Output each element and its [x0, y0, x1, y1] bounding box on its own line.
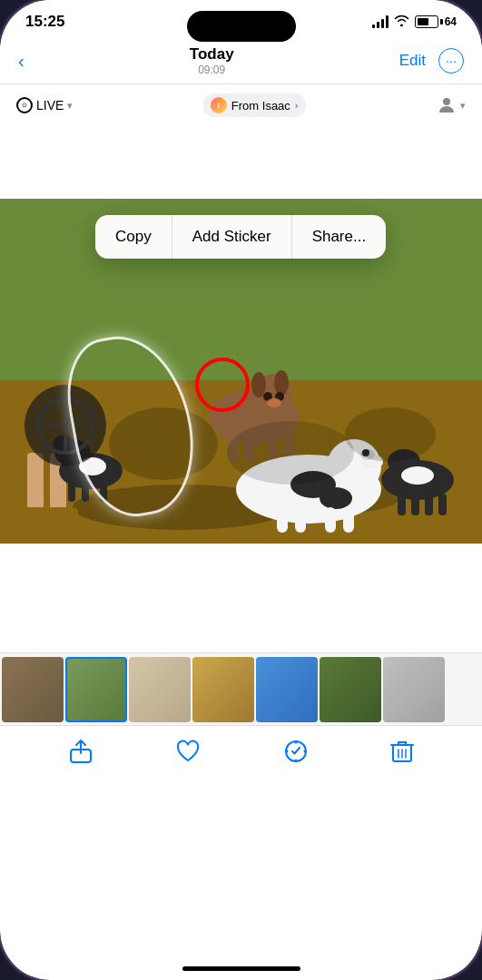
status-time: 15:25 — [25, 13, 64, 31]
sub-header: ⊙ LIVE ▾ I From Isaac › ▾ — [0, 84, 482, 126]
film-thumb-5[interactable] — [256, 657, 318, 722]
signal-icon — [372, 15, 389, 28]
svg-rect-42 — [343, 509, 354, 533]
nav-title: Today — [190, 45, 234, 64]
from-avatar: I — [211, 97, 227, 113]
from-chevron-icon: › — [295, 100, 299, 111]
svg-rect-39 — [277, 507, 288, 533]
person-button[interactable]: ▾ — [436, 94, 466, 116]
film-thumb-6[interactable] — [320, 657, 381, 722]
svg-point-56 — [345, 407, 436, 462]
film-thumb-4[interactable] — [192, 657, 254, 722]
home-indicator — [182, 966, 300, 971]
svg-rect-49 — [438, 494, 447, 515]
nav-subtitle: 09:09 — [190, 64, 234, 76]
live-label: LIVE — [36, 98, 64, 113]
battery-icon: 64 — [415, 15, 457, 28]
wifi-icon — [394, 15, 409, 29]
magic-button[interactable] — [283, 739, 309, 764]
delete-button[interactable] — [390, 739, 414, 764]
dynamic-island — [187, 11, 296, 42]
svg-point-0 — [443, 98, 450, 105]
person-chevron-icon: ▾ — [460, 100, 466, 112]
svg-point-27 — [267, 398, 281, 407]
red-circle-indicator — [195, 358, 250, 412]
magic-wand-icon — [283, 739, 309, 764]
nav-center: Today 09:09 — [190, 45, 234, 76]
svg-point-60 — [294, 760, 297, 762]
svg-rect-10 — [27, 453, 44, 516]
live-badge[interactable]: ⊙ LIVE ▾ — [16, 97, 73, 113]
from-label: From Isaac — [231, 99, 290, 113]
svg-point-61 — [285, 750, 288, 753]
more-icon: ··· — [446, 54, 457, 68]
trash-icon — [390, 739, 414, 764]
nav-actions: Edit ··· — [399, 48, 464, 74]
back-button[interactable]: ‹ — [18, 51, 25, 72]
live-icon: ⊙ — [16, 97, 33, 113]
bottom-toolbar — [0, 725, 482, 791]
context-share-button[interactable]: Share... — [292, 215, 387, 259]
share-icon — [68, 739, 93, 764]
from-badge[interactable]: I From Isaac › — [203, 93, 306, 117]
status-icons: 64 — [372, 15, 457, 29]
svg-point-55 — [227, 421, 354, 485]
share-button[interactable] — [68, 739, 93, 764]
more-button[interactable]: ··· — [438, 48, 464, 74]
svg-point-23 — [251, 372, 266, 397]
film-strip — [0, 652, 482, 725]
svg-rect-13 — [42, 507, 78, 521]
photo-container[interactable]: Copy Add Sticker Share... — [0, 199, 482, 544]
white-area-bottom — [0, 544, 482, 652]
svg-point-24 — [274, 370, 289, 396]
svg-rect-19 — [82, 482, 89, 502]
svg-point-59 — [294, 741, 297, 744]
heart-icon — [175, 739, 201, 764]
svg-rect-40 — [295, 509, 306, 533]
context-menu: Copy Add Sticker Share... — [95, 215, 386, 259]
context-copy-button[interactable]: Copy — [95, 215, 172, 259]
live-chevron-icon: ▾ — [67, 100, 73, 112]
svg-rect-41 — [325, 507, 336, 533]
svg-rect-46 — [398, 494, 406, 515]
film-thumb-2[interactable] — [65, 657, 127, 722]
favorite-button[interactable] — [175, 739, 201, 764]
svg-point-62 — [303, 750, 306, 753]
svg-point-45 — [401, 466, 434, 485]
nav-bar: ‹ Today 09:09 Edit ··· — [0, 38, 482, 84]
svg-rect-18 — [68, 482, 75, 502]
svg-rect-47 — [411, 495, 419, 515]
context-add-sticker-button[interactable]: Add Sticker — [172, 215, 292, 259]
photo-background: Copy Add Sticker Share... — [0, 199, 482, 544]
phone-screen: 15:25 64 — [0, 0, 482, 980]
edit-button[interactable]: Edit — [399, 52, 426, 70]
film-thumb-1[interactable] — [2, 657, 64, 722]
film-thumb-7[interactable] — [383, 657, 445, 722]
battery-level: 64 — [445, 15, 457, 28]
svg-point-38 — [320, 487, 352, 509]
film-thumb-3[interactable] — [129, 657, 191, 722]
white-area-top — [0, 126, 482, 199]
svg-rect-48 — [425, 493, 433, 515]
phone-frame: 15:25 64 — [0, 0, 482, 980]
